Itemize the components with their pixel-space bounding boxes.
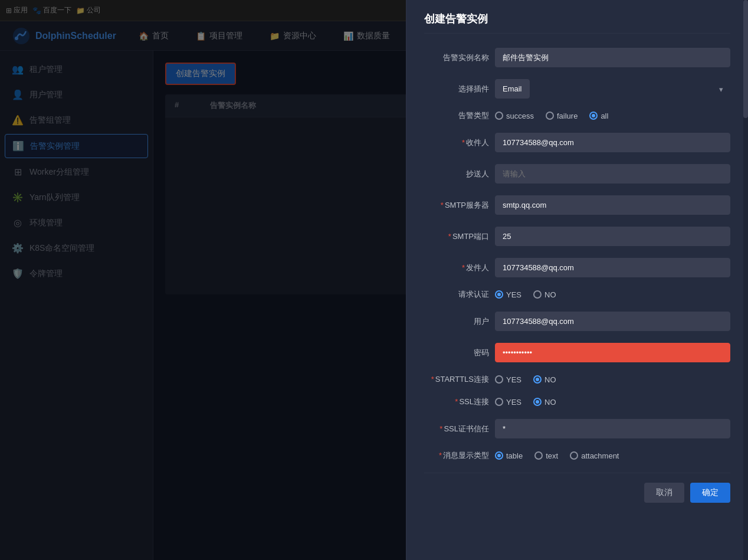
- radio-ssl-no-circle: [533, 398, 542, 406]
- radio-attachment-circle: [570, 451, 578, 460]
- ssl-label: SSL连接: [424, 397, 489, 407]
- radio-all-circle: [589, 112, 598, 120]
- recipient-input[interactable]: [495, 133, 730, 152]
- plugin-select[interactable]: Email: [495, 79, 530, 99]
- smtp-server-input[interactable]: [495, 195, 730, 215]
- cancel-button[interactable]: 取消: [644, 483, 684, 503]
- form-row-instance-name: 告警实例名称: [424, 48, 730, 67]
- user-input[interactable]: [495, 312, 730, 331]
- form-row-recipient: 收件人: [424, 133, 730, 152]
- radio-text-label: text: [546, 451, 558, 460]
- radio-table-label: table: [506, 451, 523, 460]
- form-row-ssl: SSL连接 YES NO: [424, 397, 730, 407]
- alert-type-all[interactable]: all: [589, 112, 608, 120]
- password-input[interactable]: [495, 343, 730, 362]
- alert-type-failure[interactable]: failure: [546, 112, 578, 120]
- radio-auth-yes-circle: [495, 290, 503, 299]
- cc-label: 抄送人: [424, 169, 489, 179]
- msg-type-attachment[interactable]: attachment: [570, 451, 619, 460]
- ssl-trust-input[interactable]: [495, 419, 730, 438]
- form-row-smtp-port: SMTP端口: [424, 227, 730, 246]
- form-row-plugin: 选择插件 Email: [424, 79, 730, 99]
- radio-failure-label: failure: [557, 112, 578, 120]
- smtp-port-input[interactable]: [495, 227, 730, 246]
- plugin-select-wrapper: Email: [495, 79, 730, 99]
- modal-overlay: 创建告警实例 告警实例名称 选择插件 Email 告警类型 success: [0, 0, 748, 560]
- starttls-no[interactable]: NO: [533, 375, 556, 384]
- smtp-server-label: SMTP服务器: [424, 200, 489, 211]
- instance-name-label: 告警实例名称: [424, 53, 489, 63]
- form-row-msg-type: 消息显示类型 table text attachment: [424, 450, 730, 461]
- alert-type-success[interactable]: success: [495, 112, 534, 120]
- radio-starttls-no-circle: [533, 375, 542, 384]
- form-row-user: 用户: [424, 312, 730, 331]
- plugin-label: 选择插件: [424, 84, 489, 94]
- sender-input[interactable]: [495, 258, 730, 277]
- form-row-sender: 发件人: [424, 258, 730, 277]
- radio-ssl-yes-label: YES: [506, 398, 521, 407]
- form-row-cc: 抄送人: [424, 164, 730, 184]
- msg-type-label: 消息显示类型: [424, 450, 489, 461]
- ssl-yes[interactable]: YES: [495, 398, 521, 407]
- form-row-alert-type: 告警类型 success failure all: [424, 110, 730, 121]
- alert-type-radio-group: success failure all: [495, 112, 730, 120]
- radio-text-circle: [534, 451, 543, 460]
- modal-title: 创建告警实例: [424, 12, 730, 34]
- form-row-starttls: STARTTLS连接 YES NO: [424, 374, 730, 385]
- sender-label: 发件人: [424, 263, 489, 273]
- auth-no[interactable]: NO: [533, 290, 556, 299]
- password-label: 密码: [424, 348, 489, 358]
- form-row-ssl-trust: SSL证书信任: [424, 419, 730, 438]
- radio-ssl-no-label: NO: [544, 398, 556, 407]
- starttls-yes[interactable]: YES: [495, 375, 521, 384]
- scrollbar-thumb[interactable]: [743, 0, 748, 118]
- scrollbar-track[interactable]: [743, 0, 748, 560]
- recipient-label: 收件人: [424, 137, 489, 148]
- confirm-button[interactable]: 确定: [690, 483, 730, 503]
- radio-starttls-yes-circle: [495, 375, 503, 384]
- radio-auth-yes-label: YES: [506, 290, 521, 299]
- form-row-smtp-server: SMTP服务器: [424, 195, 730, 215]
- auth-label: 请求认证: [424, 289, 489, 300]
- msg-type-radio-group: table text attachment: [495, 451, 730, 460]
- radio-starttls-yes-label: YES: [506, 375, 521, 384]
- msg-type-table[interactable]: table: [495, 451, 523, 460]
- auth-radio-group: YES NO: [495, 290, 730, 299]
- ssl-trust-label: SSL证书信任: [424, 424, 489, 434]
- ssl-radio-group: YES NO: [495, 398, 730, 407]
- radio-starttls-no-label: NO: [544, 375, 556, 384]
- radio-ssl-yes-circle: [495, 398, 503, 406]
- radio-success-label: success: [506, 112, 534, 120]
- radio-success-circle: [495, 112, 503, 120]
- instance-name-input[interactable]: [495, 48, 730, 67]
- auth-yes[interactable]: YES: [495, 290, 521, 299]
- smtp-port-label: SMTP端口: [424, 231, 489, 242]
- form-row-auth: 请求认证 YES NO: [424, 289, 730, 300]
- radio-all-label: all: [601, 112, 608, 120]
- msg-type-text[interactable]: text: [534, 451, 558, 460]
- form-row-password: 密码: [424, 343, 730, 362]
- radio-auth-no-circle: [533, 290, 542, 299]
- modal-footer: 取消 确定: [424, 473, 730, 507]
- alert-type-label: 告警类型: [424, 110, 489, 121]
- radio-attachment-label: attachment: [581, 451, 619, 460]
- radio-table-circle: [495, 451, 503, 460]
- starttls-label: STARTTLS连接: [424, 374, 489, 385]
- radio-auth-no-label: NO: [544, 290, 556, 299]
- user-label: 用户: [424, 316, 489, 327]
- ssl-no[interactable]: NO: [533, 398, 556, 407]
- starttls-radio-group: YES NO: [495, 375, 730, 384]
- cc-input[interactable]: [495, 164, 730, 184]
- radio-failure-circle: [546, 112, 554, 120]
- modal-panel: 创建告警实例 告警实例名称 选择插件 Email 告警类型 success: [406, 0, 748, 560]
